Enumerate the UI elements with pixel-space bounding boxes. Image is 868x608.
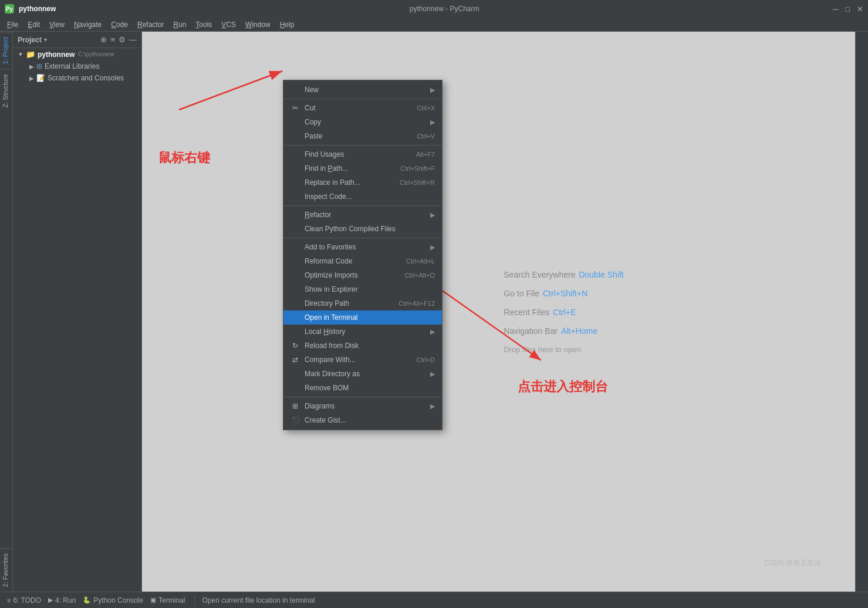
ctx-replace-in-path-label: Replace in Path... [305,178,395,187]
tree-item-pythonnew[interactable]: ▼ 📁 pythonnew C:\pythonnew [13,48,141,60]
ctx-dirpath-label: Directory Path [305,299,394,308]
ctx-add-favorites-arrow: ▶ [430,244,435,251]
library-icon: ⊞ [36,62,42,70]
ctx-explorer-label: Show in Explorer [305,285,435,293]
ctx-new-arrow: ▶ [430,86,435,94]
menu-bar: File Edit View Navigate Code Refactor Ru… [0,18,868,32]
run-icon: ▶ [48,596,53,604]
menu-help[interactable]: Help [275,19,299,30]
ctx-removebom-label: Remove BOM [305,384,435,392]
project-settings-icon[interactable]: ⚙ [119,35,126,44]
ctx-reformat-code[interactable]: Reformat Code Ctrl+Alt+L [283,254,442,268]
minimize-button[interactable]: ─ [833,5,838,13]
ctx-reformat-label: Reformat Code [305,257,401,265]
ctx-remove-bom[interactable]: Remove BOM [283,381,442,395]
status-terminal[interactable]: ▣ Terminal [148,595,187,606]
menu-navigate[interactable]: Navigate [69,19,106,30]
ctx-cut[interactable]: ✂ Cut Ctrl+X [283,101,442,115]
ctx-reload-label: Reload from Disk [305,342,435,350]
ctx-optimize-label: Optimize Imports [305,271,400,279]
tree-item-external-libraries[interactable]: ▶ ⊞ External Libraries [13,60,141,72]
watermark: CSDN @老王在这 [764,558,821,568]
ctx-cut-icon: ✂ [291,104,300,112]
menu-edit[interactable]: Edit [23,19,45,30]
ctx-local-history[interactable]: Local History ▶ [283,325,442,339]
sidebar-tab-project[interactable]: 1: Project [0,32,12,69]
tree-arrow-scratch: ▶ [29,75,34,82]
ctx-optimize-shortcut: Ctrl+Alt+O [405,272,435,279]
todo-label: 6: TODO [13,596,41,604]
status-python-console[interactable]: 🐍 Python Console [80,595,146,606]
sidebar-tab-structure[interactable]: Z: Structure [0,69,12,112]
shortcut-key-double-shift: Double Shift [579,270,623,279]
app-icon: Py [5,4,14,13]
ctx-find-in-path[interactable]: Find in Path... Ctrl+Shift+F [283,161,442,175]
menu-run[interactable]: Run [168,19,191,30]
ctx-sep-2 [283,145,442,146]
tree-arrow-lib: ▶ [29,63,34,70]
ctx-find-usages-label: Find Usages [305,150,411,158]
project-dropdown-arrow[interactable]: ▾ [44,36,47,43]
terminal-icon: ▣ [150,596,156,604]
todo-icon: ≡ [7,597,11,604]
ctx-compare-shortcut: Ctrl+D [417,356,435,363]
ctx-add-favorites[interactable]: Add to Favorites ▶ [283,240,442,254]
ctx-find-usages[interactable]: Find Usages Alt+F7 [283,147,442,161]
ctx-markdir-arrow: ▶ [430,370,435,378]
context-menu: New ▶ ✂ Cut Ctrl+X Copy ▶ Paste Ctrl+V [283,80,443,430]
project-hide-icon[interactable]: — [129,35,137,44]
ctx-clean-compiled[interactable]: Clean Python Compiled Files [283,222,442,236]
menu-tools[interactable]: Tools [191,19,217,30]
ctx-find-in-path-shortcut: Ctrl+Shift+F [400,165,435,172]
ctx-inspect-code[interactable]: Inspect Code... [283,190,442,204]
ctx-find-usages-shortcut: Alt+F7 [416,151,435,158]
status-run[interactable]: ▶ 4: Run [46,595,78,606]
ctx-reload-icon: ↻ [291,342,300,350]
maximize-button[interactable]: □ [845,5,850,13]
menu-file[interactable]: File [2,19,23,30]
tree-item-scratches[interactable]: ▶ 📝 Scratches and Consoles [13,72,141,84]
ctx-create-gist[interactable]: ⚫ Create Gist... [283,413,442,427]
menu-refactor[interactable]: Refactor [133,19,168,30]
ctx-refactor[interactable]: Refactor ▶ [283,208,442,222]
project-scroll-icon[interactable]: ≡ [110,35,115,44]
shortcut-search-everywhere: Search Everywhere Double Shift [504,270,623,279]
sidebar-tab-favorites[interactable]: 2: Favorites [0,548,12,592]
window-title: pythonnew - PyCharm [60,5,828,13]
project-path: C:\pythonnew [78,51,114,58]
external-libraries-label: External Libraries [45,62,99,70]
project-panel-title: Project [18,36,42,44]
ctx-open-terminal[interactable]: Open in Terminal [283,310,442,325]
shortcut-label: Search Everywhere [504,270,575,279]
close-button[interactable]: ✕ [857,5,863,13]
ctx-directory-path[interactable]: Directory Path Ctrl+Alt+F12 [283,296,442,310]
menu-window[interactable]: Window [241,19,275,30]
ctx-mark-directory[interactable]: Mark Directory as ▶ [283,367,442,381]
ctx-replace-in-path[interactable]: Replace in Path... Ctrl+Shift+R [283,175,442,190]
project-panel-header: Project ▾ ⊕ ≡ ⚙ — [13,32,141,48]
app-name: pythonnew [19,5,56,13]
annotation-arrow-terminal [435,284,565,372]
ctx-reload-disk[interactable]: ↻ Reload from Disk [283,339,442,353]
project-locate-icon[interactable]: ⊕ [100,35,107,44]
ctx-new[interactable]: New ▶ [283,83,442,97]
ctx-sep-4 [283,238,442,238]
ctx-inspect-code-label: Inspect Code... [305,192,435,201]
ctx-gist-icon: ⚫ [291,416,300,424]
ctx-show-in-explorer[interactable]: Show in Explorer [283,282,442,296]
ctx-diagrams[interactable]: ⊞ Diagrams ▶ [283,399,442,413]
ctx-optimize-imports[interactable]: Optimize Imports Ctrl+Alt+O [283,268,442,282]
ctx-paste[interactable]: Paste Ctrl+V [283,129,442,143]
ctx-find-in-path-label: Find in Path... [305,164,396,173]
ctx-dirpath-shortcut: Ctrl+Alt+F12 [398,300,435,307]
menu-vcs[interactable]: VCS [217,19,241,30]
menu-code[interactable]: Code [106,19,133,30]
ctx-compare-with[interactable]: ⇄ Compare With... Ctrl+D [283,353,442,367]
ctx-sep-3 [283,205,442,206]
ctx-copy-arrow: ▶ [430,119,435,126]
status-todo[interactable]: ≡ 6: TODO [5,595,43,606]
menu-view[interactable]: View [45,19,69,30]
status-message: Open current file location in terminal [202,596,315,604]
title-bar: Py pythonnew pythonnew - PyCharm ─ □ ✕ [0,0,868,18]
ctx-copy[interactable]: Copy ▶ [283,115,442,129]
